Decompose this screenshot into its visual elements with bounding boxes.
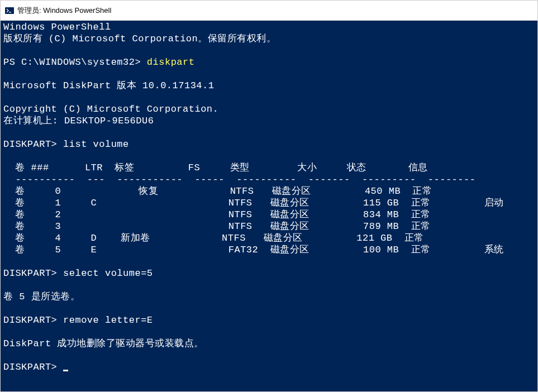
- volume-table-divider: ---------- --- ----------- ----- -------…: [3, 174, 475, 185]
- volume-row-1: 卷 1 C NTFS 磁盘分区 115 GB 正常 启动: [3, 198, 504, 208]
- svg-rect-0: [5, 7, 14, 14]
- diskpart-prompt-2: DISKPART>: [3, 268, 57, 279]
- diskpart-prompt-3: DISKPART>: [3, 315, 57, 326]
- powershell-window: 管理员: Windows PowerShell Windows PowerShe…: [0, 0, 538, 392]
- ps-prompt: PS C:\WINDOWS\system32>: [3, 57, 141, 68]
- volume-table-header: 卷 ### LTR 标签 FS 类型 大小 状态 信息: [3, 162, 428, 173]
- cmd-remove-letter: remove letter=E: [63, 315, 153, 326]
- console-output[interactable]: Windows PowerShell 版权所有 (C) Microsoft Co…: [1, 21, 537, 391]
- cursor: [63, 370, 68, 371]
- msg-volume-selected: 卷 5 是所选卷。: [3, 291, 80, 302]
- titlebar[interactable]: 管理员: Windows PowerShell: [1, 1, 537, 21]
- cmd-select-volume: select volume=5: [63, 268, 153, 279]
- diskpart-prompt-4: DISKPART>: [3, 362, 57, 372]
- volume-row-4: 卷 4 D 新加卷 NTFS 磁盘分区 121 GB 正常: [3, 233, 424, 243]
- volume-row-2: 卷 2 NTFS 磁盘分区 834 MB 正常: [3, 209, 431, 220]
- volume-row-0: 卷 0 恢复 NTFS 磁盘分区 450 MB 正常: [3, 186, 432, 197]
- cmd-list-volume: list volume: [63, 139, 129, 150]
- diskpart-version: Microsoft DiskPart 版本 10.0.17134.1: [3, 80, 214, 91]
- powershell-icon: [5, 6, 14, 15]
- volume-row-3: 卷 3 NTFS 磁盘分区 789 MB 正常: [3, 221, 431, 232]
- diskpart-prompt-1: DISKPART>: [3, 139, 57, 150]
- diskpart-copyright: Copyright (C) Microsoft Corporation.: [3, 104, 218, 114]
- volume-row-5: 卷 5 E FAT32 磁盘分区 100 MB 正常 系统: [3, 245, 504, 255]
- diskpart-computer: 在计算机上: DESKTOP-9E56DU6: [3, 116, 154, 126]
- ps-header-2: 版权所有 (C) Microsoft Corporation。保留所有权利。: [3, 34, 276, 44]
- ps-header-1: Windows PowerShell: [3, 22, 111, 32]
- msg-letter-removed: DiskPart 成功地删除了驱动器号或装载点。: [3, 338, 204, 349]
- cmd-diskpart: diskpart: [147, 57, 195, 68]
- window-title: 管理员: Windows PowerShell: [17, 6, 111, 16]
